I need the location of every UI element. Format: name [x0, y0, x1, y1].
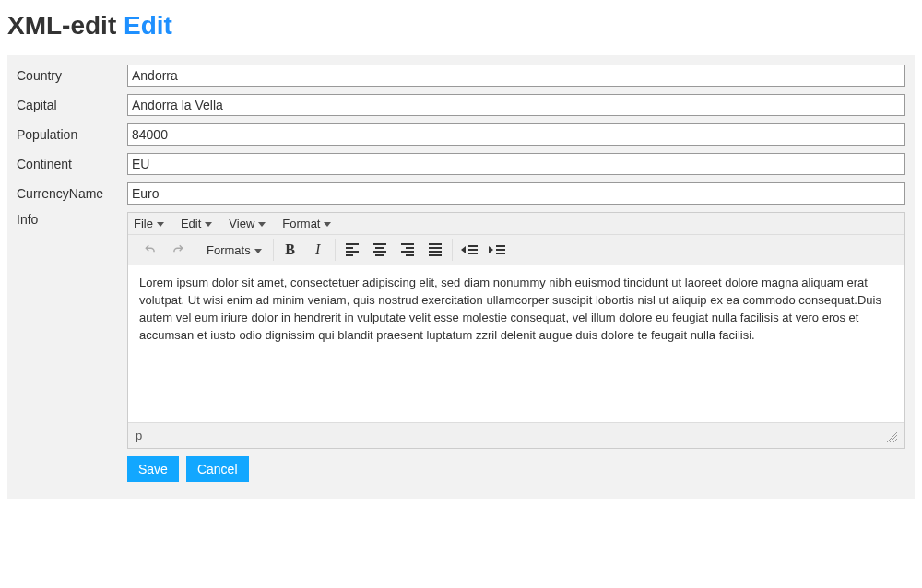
indent-icon — [489, 245, 505, 254]
align-justify-button[interactable] — [424, 239, 446, 261]
chevron-down-icon — [157, 222, 164, 227]
chevron-down-icon — [324, 222, 331, 227]
rte-statusbar: p — [128, 422, 904, 448]
resize-handle[interactable] — [886, 431, 897, 442]
form-buttons: Save Cancel — [127, 456, 905, 482]
label-capital: Capital — [17, 98, 127, 112]
rte-toolbar: Formats B I — [128, 235, 904, 265]
label-continent: Continent — [17, 157, 127, 171]
save-button[interactable]: Save — [127, 456, 179, 482]
country-input[interactable] — [127, 65, 905, 87]
chevron-down-icon — [254, 249, 262, 253]
outdent-icon — [461, 245, 478, 254]
align-right-button[interactable] — [396, 239, 419, 261]
redo-icon — [171, 243, 184, 256]
currency-name-input[interactable] — [127, 182, 905, 205]
rte-content-area[interactable]: Lorem ipsum dolor sit amet, consectetuer… — [128, 265, 904, 422]
indent-button[interactable] — [486, 239, 508, 261]
page-title-main: XML-edit — [7, 11, 116, 40]
menu-format[interactable]: Format — [282, 217, 331, 230]
rte-menubar: File Edit View Format — [128, 213, 904, 235]
capital-input[interactable] — [127, 94, 905, 116]
undo-icon — [144, 243, 157, 256]
cancel-button[interactable]: Cancel — [186, 456, 249, 482]
align-center-button[interactable] — [369, 239, 391, 261]
label-info: Info — [17, 212, 127, 227]
page-title-accent: Edit — [124, 11, 172, 40]
population-input[interactable] — [127, 123, 905, 146]
chevron-down-icon — [258, 222, 266, 227]
menu-edit[interactable]: Edit — [181, 217, 212, 230]
bold-button[interactable]: B — [279, 239, 301, 261]
align-left-icon — [346, 243, 359, 256]
row-country: Country — [17, 65, 905, 87]
align-center-icon — [373, 243, 386, 256]
undo-button[interactable] — [139, 239, 161, 261]
outdent-button[interactable] — [458, 239, 480, 261]
formats-dropdown[interactable]: Formats — [201, 239, 267, 261]
label-population: Population — [17, 127, 127, 142]
label-country: Country — [17, 68, 127, 83]
rte-element-path[interactable]: p — [136, 429, 142, 442]
align-left-button[interactable] — [341, 239, 363, 261]
row-capital: Capital — [17, 94, 905, 116]
italic-button[interactable]: I — [307, 239, 329, 261]
row-population: Population — [17, 123, 905, 146]
form-panel: Country Capital Population Continent Cur… — [7, 55, 915, 499]
row-currency-name: CurrencyName — [17, 182, 905, 205]
chevron-down-icon — [205, 222, 212, 227]
menu-file[interactable]: File — [134, 217, 164, 230]
label-currency-name: CurrencyName — [17, 186, 127, 201]
row-info: Info File Edit View Format — [17, 212, 905, 482]
align-justify-icon — [429, 243, 442, 256]
continent-input[interactable] — [127, 153, 905, 175]
redo-button[interactable] — [167, 239, 189, 261]
menu-view[interactable]: View — [229, 217, 266, 230]
align-right-icon — [401, 243, 414, 256]
page-title: XML-edit Edit — [7, 11, 915, 41]
rich-text-editor: File Edit View Format Fo — [127, 212, 905, 449]
row-continent: Continent — [17, 153, 905, 175]
